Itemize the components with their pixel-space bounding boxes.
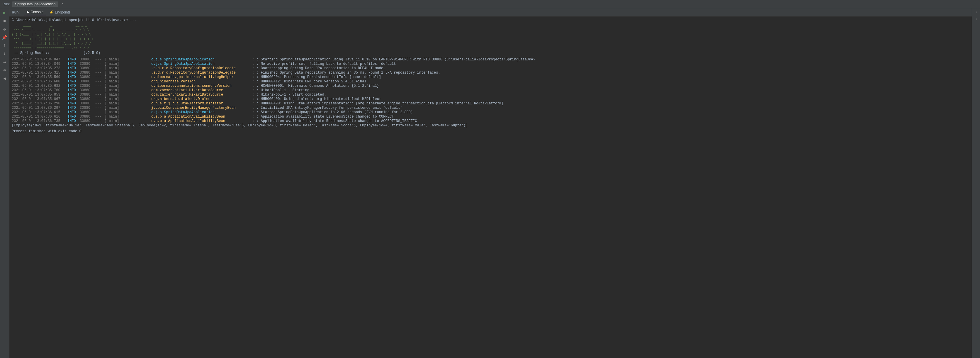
collapse-button[interactable]: ◀ bbox=[2, 75, 8, 81]
log-level: INFO bbox=[67, 88, 80, 92]
log-message: : Application availability state Readine… bbox=[256, 119, 417, 123]
log-class: j.LocalContainerEntityManagerFactoryBean bbox=[151, 106, 251, 110]
log-line: 2021-06-01 13:07:35.600 INFO 30880 --- [… bbox=[12, 80, 969, 84]
log-thread: [ main] bbox=[104, 93, 151, 97]
log-line: 2021-06-01 13:07:36.297 INFO 30880 --- [… bbox=[12, 106, 969, 110]
log-colon: : bbox=[253, 110, 255, 115]
pin-button[interactable]: 📌 bbox=[2, 34, 8, 40]
console-area[interactable]: C:\Users\dalia\.jdks\adopt-openjdk-11.0.… bbox=[10, 16, 972, 358]
log-pid: 30880 bbox=[80, 71, 95, 75]
app-tab[interactable]: SpringDataJpaApplication bbox=[12, 2, 58, 7]
title-bar: Run: SpringDataJpaApplication × bbox=[0, 0, 980, 8]
log-thread: [ main] bbox=[104, 62, 151, 66]
log-line: 2021-06-01 13:07:35.273 INFO 30880 --- [… bbox=[12, 66, 969, 70]
log-thread: [ main] bbox=[104, 106, 151, 110]
log-thread: [ main] bbox=[104, 80, 151, 84]
log-message: : Finished Spring Data repository scanni… bbox=[256, 71, 440, 75]
log-sep: --- bbox=[95, 84, 104, 88]
log-message: : Started SpringDataJpaApplication in 2.… bbox=[256, 110, 413, 115]
settings-button[interactable]: ⚙ bbox=[2, 26, 8, 32]
log-class: com.zaxxer.hikari.HikariDataSource bbox=[151, 88, 251, 92]
log-message: : HikariPool-1 - Start completed. bbox=[256, 93, 326, 97]
log-sep: --- bbox=[95, 119, 104, 123]
log-thread: [ main] bbox=[104, 66, 151, 70]
log-class: c.j.s.SpringDataJpaApplication bbox=[151, 57, 251, 62]
log-thread: [ main] bbox=[104, 75, 151, 79]
tab-console[interactable]: ▶ Console bbox=[24, 10, 46, 15]
log-class: org.hibernate.dialect.Dialect bbox=[151, 97, 251, 101]
log-colon: : bbox=[253, 71, 255, 75]
log-thread: [ main] bbox=[104, 84, 151, 88]
log-timestamp: 2021-06-01 13:07:36.616 bbox=[12, 115, 67, 119]
log-sep: --- bbox=[95, 97, 104, 101]
log-message: : HikariPool-1 - Starting... bbox=[256, 88, 316, 92]
log-level: INFO bbox=[67, 93, 80, 97]
log-message: : Application availability state Livenes… bbox=[256, 115, 394, 119]
log-colon: : bbox=[253, 102, 255, 105]
run-content: Run: ▶ Console ⚡ Endpoints C:\Users\dali… bbox=[10, 8, 972, 358]
log-timestamp: 2021-06-01 13:07:35.760 bbox=[12, 88, 67, 92]
log-thread: [ main] bbox=[104, 88, 151, 92]
log-level: INFO bbox=[67, 110, 80, 115]
log-sep: --- bbox=[95, 75, 104, 79]
scroll-to-top-icon[interactable]: ⬆ bbox=[973, 10, 979, 15]
console-tab-icon: ▶ bbox=[27, 10, 29, 14]
close-tab-icon[interactable]: × bbox=[61, 2, 63, 6]
log-sep: --- bbox=[95, 80, 104, 84]
log-sep: --- bbox=[95, 71, 104, 75]
log-line: 2021-06-01 13:07:35.682 INFO 30880 --- [… bbox=[12, 84, 969, 88]
run-panel: ▶ ■ ⚙ 📌 ↑ ↓ ↵ ⊘ ◀ Run: ▶ Console ⚡ bbox=[0, 8, 980, 358]
log-colon: : bbox=[253, 115, 255, 119]
console-right-toolbar: ⬆ ⬇ bbox=[972, 8, 980, 358]
log-thread: [ main] bbox=[104, 71, 151, 75]
wrap-button[interactable]: ↵ bbox=[2, 59, 8, 65]
log-class: c.j.s.SpringDataJpaApplication bbox=[151, 110, 251, 115]
log-level: INFO bbox=[67, 119, 80, 123]
log-sep: --- bbox=[95, 93, 104, 97]
scroll-up-button[interactable]: ↑ bbox=[2, 42, 8, 49]
log-timestamp: 2021-06-01 13:07:35.682 bbox=[12, 84, 67, 88]
log-pid: 30880 bbox=[80, 97, 95, 101]
log-pid: 30880 bbox=[80, 106, 95, 110]
log-level: INFO bbox=[67, 80, 80, 84]
log-class: o.s.b.a.ApplicationAvailabilityBean bbox=[151, 119, 251, 123]
log-pid: 30880 bbox=[80, 110, 95, 115]
log-class: .s.d.r.c.RepositoryConfigurationDelegate bbox=[151, 71, 251, 75]
log-class: org.hibernate.Version bbox=[151, 80, 251, 84]
log-colon: : bbox=[253, 97, 255, 101]
scroll-to-bottom-icon[interactable]: ⬇ bbox=[973, 16, 979, 22]
endpoints-tab-label: Endpoints bbox=[55, 10, 70, 14]
log-class: o.hibernate.annotations.common.Version bbox=[151, 84, 251, 88]
log-level: INFO bbox=[67, 102, 80, 105]
log-timestamp: 2021-06-01 13:07:36.297 bbox=[12, 106, 67, 110]
run-header-label: Run: bbox=[12, 10, 20, 14]
stop-button[interactable]: ■ bbox=[2, 18, 8, 24]
log-message: : HHH000412: Hibernate ORM core version … bbox=[256, 80, 366, 84]
log-class: o.h.e.t.j.p.i.JtaPlatformInitiator bbox=[151, 102, 251, 105]
log-thread: [ main] bbox=[104, 97, 151, 101]
log-message: : No active profile set, falling back to… bbox=[256, 62, 396, 66]
log-line: 2021-06-01 13:07:36.616 INFO 30880 --- [… bbox=[12, 115, 969, 119]
scroll-down-button[interactable]: ↓ bbox=[2, 51, 8, 57]
log-line: 2021-06-01 13:07:36.290 INFO 30880 --- [… bbox=[12, 102, 969, 105]
exit-line: Process finished with exit code 0 bbox=[12, 129, 969, 134]
log-timestamp: 2021-06-01 13:07:35.867 bbox=[12, 97, 67, 101]
log-message: : HHH000490: Using JtaPlatform implement… bbox=[256, 102, 504, 105]
log-colon: : bbox=[253, 93, 255, 97]
log-line: 2021-06-01 13:07:36.615 INFO 30880 --- [… bbox=[12, 110, 969, 115]
log-level: INFO bbox=[67, 62, 80, 66]
tab-endpoints[interactable]: ⚡ Endpoints bbox=[47, 10, 73, 15]
log-level: INFO bbox=[67, 71, 80, 75]
log-message: : Bootstrapping Spring Data JPA reposito… bbox=[256, 66, 385, 70]
spring-banner: . ____ _ __ _ _ /\\ / ___'_ __ _ _(_)_ _… bbox=[12, 24, 969, 51]
log-sep: --- bbox=[95, 102, 104, 105]
log-line: 2021-06-01 13:07:36.735 INFO 30880 --- [… bbox=[12, 119, 969, 123]
log-colon: : bbox=[253, 80, 255, 84]
log-level: INFO bbox=[67, 106, 80, 110]
rerun-button[interactable]: ▶ bbox=[2, 10, 8, 16]
filter-button[interactable]: ⊘ bbox=[2, 67, 8, 73]
run-label-title: Run: bbox=[2, 2, 10, 6]
log-class: o.s.b.a.ApplicationAvailabilityBean bbox=[151, 115, 251, 119]
log-sep: --- bbox=[95, 66, 104, 70]
log-message: : Starting SpringDataJpaApplication usin… bbox=[256, 57, 535, 62]
